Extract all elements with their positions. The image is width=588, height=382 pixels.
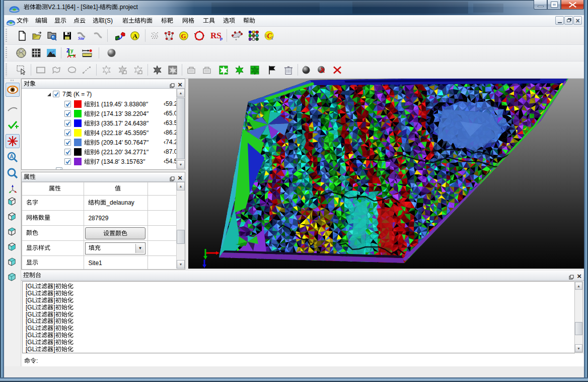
svg-text:Z: Z bbox=[66, 48, 69, 53]
svg-text:x: x bbox=[73, 53, 76, 58]
svg-text:2: 2 bbox=[271, 35, 273, 40]
svg-text:G: G bbox=[181, 32, 186, 39]
svg-text:p: p bbox=[219, 35, 223, 40]
svg-text:A: A bbox=[133, 32, 138, 39]
svg-text:n³: n³ bbox=[51, 50, 55, 54]
svg-text:Site: Site bbox=[78, 36, 85, 40]
svg-text:1: 1 bbox=[265, 33, 267, 38]
svg-text:A: A bbox=[10, 154, 14, 159]
